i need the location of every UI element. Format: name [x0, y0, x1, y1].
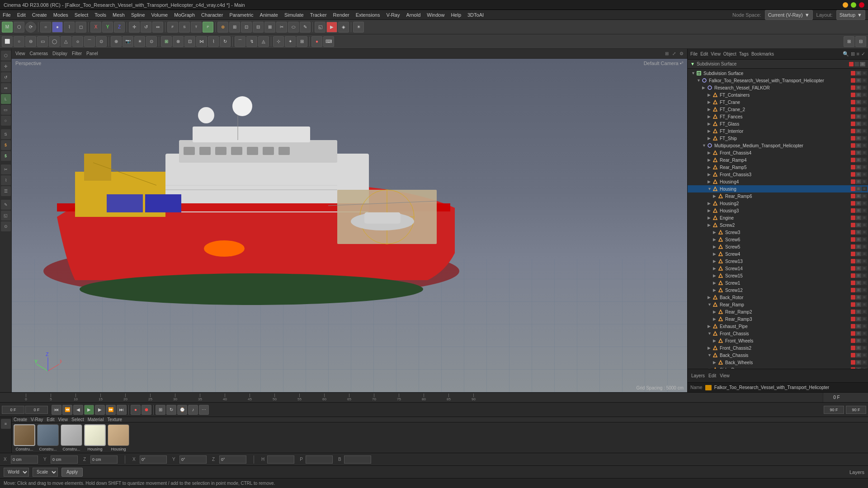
tb2-record[interactable]: ●: [311, 36, 322, 47]
fps-btn[interactable]: ⌚: [177, 405, 187, 415]
rp-settings-icon[interactable]: ≡: [857, 51, 859, 57]
tree-item-FT_Glass[interactable]: ▶FT_Glass⊞⊠: [688, 120, 868, 127]
menu-edit[interactable]: Edit: [17, 12, 26, 18]
tree-item-Rear_Ramp3[interactable]: ▶Rear_Ramp3⊞⊠: [688, 315, 868, 323]
sidebar-rectselect[interactable]: ▭: [1, 105, 11, 115]
rp-view[interactable]: View: [711, 52, 721, 56]
sidebar-liveselect[interactable]: L: [1, 94, 11, 104]
minimize-btn[interactable]: [843, 2, 848, 8]
tree-item-Rear_Ramp6[interactable]: ▶Rear_Ramp6⊞⊠: [688, 192, 868, 200]
menu-create[interactable]: Create: [32, 12, 47, 18]
vp-menu-filter[interactable]: Filter: [72, 51, 82, 56]
expand-icon[interactable]: ▶: [708, 346, 712, 350]
mat-tab-select[interactable]: Select: [71, 417, 84, 422]
tree-item-Rear_Ramp2[interactable]: ▶Rear_Ramp2⊞⊠: [688, 308, 868, 315]
sidebar-s1[interactable]: S: [1, 129, 11, 139]
mat-tab-create[interactable]: Create: [14, 417, 27, 422]
rp-bottom-edit[interactable]: Edit: [708, 373, 716, 378]
expand-icon[interactable]: ▶: [713, 360, 717, 365]
tree-item-Back_Wheels[interactable]: ▶Back_Wheels⊞⊠: [688, 359, 868, 366]
tool-bridge[interactable]: ⊠: [264, 22, 275, 33]
tool-snap[interactable]: ⊕: [217, 22, 228, 33]
tree-item-Screw15[interactable]: ▶Screw15⊞⊠: [688, 272, 868, 279]
layers-label[interactable]: Layers: [849, 469, 864, 475]
expand-icon[interactable]: ▼: [708, 331, 712, 336]
tool-ipr[interactable]: ◈: [338, 22, 349, 33]
tool-move[interactable]: ✛: [129, 22, 140, 33]
tb2-boole[interactable]: ⊗: [173, 36, 184, 47]
view-top[interactable]: T: [191, 22, 202, 33]
scale-dropdown[interactable]: Scale: [33, 468, 58, 477]
tb2-bend[interactable]: ⌒: [235, 36, 245, 47]
prev-keyframe-btn[interactable]: ◀: [73, 405, 83, 415]
expand-icon[interactable]: ▶: [713, 259, 717, 263]
rp-object[interactable]: Object: [723, 52, 736, 56]
expand-icon[interactable]: ▶: [713, 237, 717, 242]
expand-icon[interactable]: ▶: [708, 136, 712, 141]
tb2-lathe[interactable]: ↻: [220, 36, 231, 47]
maximize-btn[interactable]: [851, 2, 856, 8]
tool-bevel[interactable]: ⊡: [241, 22, 252, 33]
menu-extensions[interactable]: Extensions: [356, 12, 380, 18]
fps-field[interactable]: 90 F: [846, 406, 866, 414]
z-rot-field[interactable]: 0°: [219, 455, 246, 464]
mat-tab-view[interactable]: View: [58, 417, 68, 422]
expand-icon[interactable]: ▶: [713, 281, 717, 285]
sidebar-sculpt[interactable]: ◱: [1, 211, 11, 221]
expand-icon[interactable]: ▶: [708, 223, 712, 227]
menu-arnold[interactable]: Arnold: [406, 12, 420, 18]
apply-button[interactable]: Apply: [61, 468, 83, 477]
tb2-disc[interactable]: ◯: [49, 36, 60, 47]
menu-file[interactable]: File: [3, 12, 11, 18]
expand-icon[interactable]: ▶: [713, 338, 717, 343]
tb2-cone[interactable]: △: [61, 36, 71, 47]
tree-item-FT_Ship[interactable]: ▶FT_Ship⊞⊠: [688, 135, 868, 142]
expand-icon[interactable]: ▶: [708, 295, 712, 300]
sidebar-move[interactable]: ✛: [1, 61, 11, 71]
tree-item-Screw14[interactable]: ▶Screw14⊞⊠: [688, 265, 868, 272]
expand-icon[interactable]: ▼: [708, 302, 712, 307]
tree-item-Housing2[interactable]: ▶Housing2⊞⊠: [688, 200, 868, 207]
expand-icon[interactable]: ▶: [708, 179, 712, 184]
tb2-plane[interactable]: ▭: [37, 36, 48, 47]
tb2-extrude[interactable]: ⊡: [184, 36, 195, 47]
tb2-tube[interactable]: ⊙: [96, 36, 107, 47]
tool-paint[interactable]: ✎: [300, 22, 311, 33]
tree-item-Housing4[interactable]: ▶Housing4⊞⊠: [688, 178, 868, 185]
tb2-loft[interactable]: ⋈: [196, 36, 207, 47]
sidebar-rotate[interactable]: ↺: [1, 72, 11, 82]
expand-icon[interactable]: ▼: [708, 367, 712, 369]
tb2-matrix[interactable]: ⊞: [297, 36, 307, 47]
z-pos-field[interactable]: 0 cm: [90, 455, 118, 464]
tree-item-Side_Door[interactable]: ▼Side_Door⊞⊠: [688, 366, 868, 369]
rp-bookmarks[interactable]: Bookmarks: [751, 52, 774, 56]
sidebar-scale[interactable]: ⇔: [1, 83, 11, 93]
tree-item-Screw5[interactable]: ▶Screw5⊞⊠: [688, 243, 868, 250]
goto-end-btn[interactable]: ⏭: [117, 405, 127, 415]
vp-maximize[interactable]: ⤢: [672, 51, 676, 56]
start-frame-field[interactable]: 0 F: [2, 406, 24, 414]
tb2-cylinder[interactable]: ⊖: [25, 36, 36, 47]
menu-parametric[interactable]: Parametric: [229, 12, 253, 18]
tb2-twist[interactable]: ↯: [246, 36, 257, 47]
expand-icon[interactable]: ▶: [702, 85, 707, 90]
tree-item-FT_Fances[interactable]: ▶FT_Fances⊞⊠: [688, 113, 868, 120]
expand-icon[interactable]: ▼: [691, 71, 696, 75]
tree-item-Back_Chassis[interactable]: ▼Back_Chassis⊞⊠: [688, 352, 868, 359]
vp-fit[interactable]: ⊞: [665, 51, 669, 56]
mat-tab-texture[interactable]: Texture: [107, 417, 122, 422]
vp-settings[interactable]: ⚙: [679, 51, 684, 56]
tree-item-Rear_Ramp[interactable]: ▼Rear_Ramp⊞⊠: [688, 301, 868, 308]
tree-item-Screw13[interactable]: ▶Screw13⊞⊠: [688, 258, 868, 265]
tool-x[interactable]: X: [90, 22, 101, 33]
x-pos-field[interactable]: 0 cm: [11, 455, 38, 464]
tree-item-Rear_Ramp5[interactable]: ▶Rear_Ramp5⊞⊠: [688, 164, 868, 171]
expand-icon[interactable]: ▶: [708, 107, 712, 112]
expand-icon[interactable]: ▶: [713, 288, 717, 292]
expand-icon[interactable]: ▼: [708, 353, 712, 357]
menu-spline[interactable]: Spline: [131, 12, 145, 18]
tree-item-Screw1[interactable]: ▶Screw1⊞⊠: [688, 279, 868, 286]
expand-icon[interactable]: ▶: [708, 100, 712, 104]
tb2-capsule[interactable]: ⌒: [84, 36, 95, 47]
tree-item-Front_Wheels[interactable]: ▶Front_Wheels⊞⊠: [688, 337, 868, 344]
